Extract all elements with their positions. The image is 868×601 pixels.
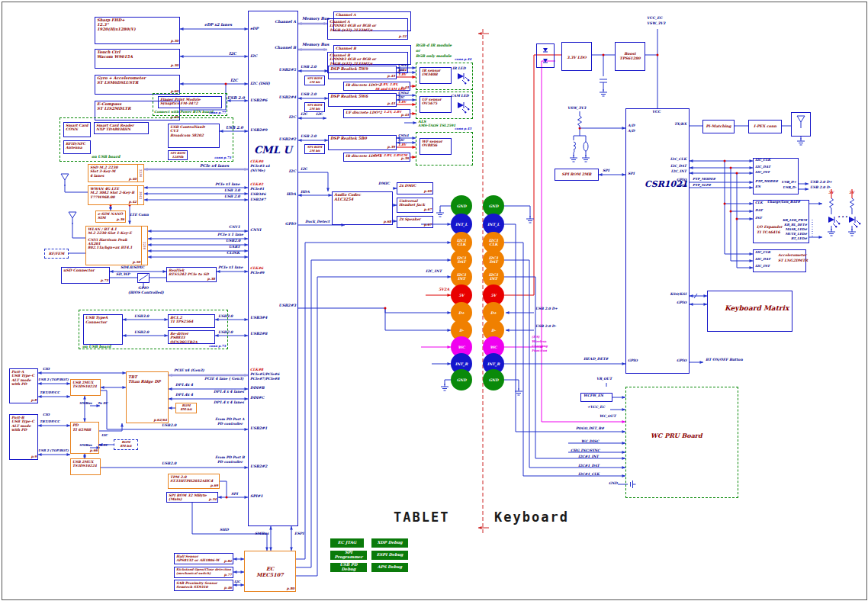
arrowhead [506, 311, 510, 314]
label-clk-8: CLK#8 [250, 368, 263, 372]
label-i2c: I2C [101, 434, 108, 437]
label-i2c: I2C [289, 115, 296, 119]
wire [298, 172, 328, 191]
label-gpio: GPIO [285, 222, 296, 226]
arrowhead [690, 166, 693, 169]
arrowhead [506, 329, 510, 332]
arrowhead [448, 275, 452, 278]
ant-box [791, 112, 811, 137]
junction-dot [724, 160, 726, 162]
pogo-label: I2C1INT [457, 272, 467, 281]
label-pcie-7-pcie-8: PCIe#7/PCIe#8 [250, 378, 279, 381]
dbg-usb-pd: USB PD Debug [330, 563, 367, 572]
label-usb2-0: USB2.0 [162, 462, 176, 466]
label-usb-2-0-d-: USB 2.0 D+ [810, 181, 832, 185]
label-i2c: I2C [301, 113, 307, 117]
antenna-symbol [61, 174, 69, 186]
label-usb-d-: USB_D+ [782, 181, 796, 184]
label-gpio: GPIO [677, 185, 686, 188]
arrowhead [324, 48, 328, 51]
label-usb-2-top-bot-: USB 2 (TOP/BOT) [38, 449, 69, 452]
label-int: INT [755, 217, 762, 220]
label-dp1-4-x-4-lanes: DP1.4 x 4 lanes [214, 390, 244, 394]
pogo-label: INT_L [455, 222, 468, 227]
tbt: TBTTitan Ridge DPp.62/64 [126, 371, 169, 423]
junction-dot [603, 54, 605, 56]
label-smbus: SMBus [255, 532, 268, 536]
dbg-espi: ESPI Debug [371, 551, 408, 560]
label-i2c: I2C [289, 169, 296, 173]
resistor-symbol [578, 116, 582, 128]
arrowhead [326, 188, 330, 192]
arrowhead [599, 173, 603, 176]
pogo-label: GND [457, 204, 467, 208]
ssd: SSD M.2 2230Slot 3-Key-M4 lanes2230p.40 [88, 164, 138, 182]
arrowhead [128, 221, 131, 225]
ground-symbol [570, 155, 577, 162]
speakers: 2x Speakerp.67 [397, 216, 433, 228]
wire [504, 277, 625, 458]
kickstand: Kickstand Open/Close detection(mechanica… [174, 567, 233, 578]
wc-pru [625, 387, 738, 498]
arrowhead [690, 294, 693, 297]
pogo-label: INT_R [487, 362, 501, 367]
inductor-symbol [574, 142, 576, 153]
dmic: 2x DMICp.69 [397, 182, 433, 194]
label-usb3-6: USB3#6 [250, 193, 266, 197]
label-rgb-d-ir-module: RGB-d IR module [416, 43, 452, 47]
wire [504, 206, 530, 217]
arrowhead [448, 362, 452, 365]
pogo-label: INT_R [455, 362, 469, 367]
label-a-d: A/D [628, 124, 635, 128]
label-rgb-only-module: RGB only module [416, 54, 452, 58]
label-usb2-9: USB2#9 [250, 128, 267, 132]
pogo-label: WC [490, 345, 497, 349]
label-i2c-ish-: I2C (ISH) [250, 82, 270, 85]
led-symbol [849, 217, 855, 223]
label-on-usb-board: on USB board [82, 345, 111, 349]
schematic-canvas: GNDINT_LI2C1CLKI2C1DATI2C1INT5VD+D-WCINT… [0, 0, 868, 601]
wire [65, 185, 88, 192]
label-usb2-1: USB2#1 [250, 426, 267, 430]
arrowhead [169, 397, 172, 400]
label-vcc-ec: VCC_EC [647, 17, 662, 21]
label-usb2-8: USB2#8 [250, 332, 267, 336]
label-usb2-0: USB2.0 [162, 424, 176, 428]
label-i2c: I2C [398, 69, 404, 72]
arrowhead [690, 159, 693, 162]
label-i2c-int: I2C_INT [426, 270, 442, 274]
junction-dot [736, 172, 738, 175]
ground-symbol [436, 210, 444, 217]
label-i2c-dat: I2C_DAT [670, 165, 686, 169]
label-edp: eDP [250, 27, 259, 31]
label-usb-2-0: USB 2.0 [224, 195, 240, 199]
label-vr-out: VR_OUT [596, 378, 612, 381]
smartcard-reader: Smart Card ReaderNXP TDA8034HN [94, 122, 149, 134]
arrowhead [38, 453, 42, 456]
label-usb2-6: USB2#6 [250, 98, 267, 102]
label-i2c: I2C [230, 79, 238, 82]
arrowhead [148, 230, 152, 233]
pogo-label: I2C1INT [489, 272, 499, 281]
dsp-ir: DSP Realtek 5W9p.43 [328, 66, 397, 79]
label-1-8v: 1.8V [398, 73, 407, 76]
arrowhead [448, 223, 452, 226]
label-i2c-int: I2C_INT [755, 265, 770, 268]
touch-ctrl: Touch CtrlWacom W9015Ap.30 [95, 49, 180, 69]
label-clk: CLK [755, 201, 763, 204]
arrowhead [148, 249, 152, 252]
label-vcc: VCC [652, 111, 661, 114]
arrowhead [448, 259, 452, 262]
label-i-o-expander: I/O Expander [757, 226, 783, 230]
label-connect-with-power-btn-board: Connect with Power BTN board [154, 111, 213, 114]
audio-codec: Audio CodecALC3254p.68 [332, 191, 393, 225]
label-clk-2: CLK#2 [250, 183, 263, 187]
arrowhead [690, 172, 693, 175]
controlvault: USB ControlVaultCV3Broadcom 58202 [168, 124, 220, 148]
junction-dot [730, 167, 732, 169]
label-a-d: A/D [628, 130, 635, 133]
ground-symbol [441, 384, 448, 390]
label--nvme-: (NVMe) [250, 169, 265, 173]
label-i2c-1-clk: I2C#1_CLK [578, 473, 600, 477]
tbt-rom: ROM8M-bit [175, 403, 197, 413]
